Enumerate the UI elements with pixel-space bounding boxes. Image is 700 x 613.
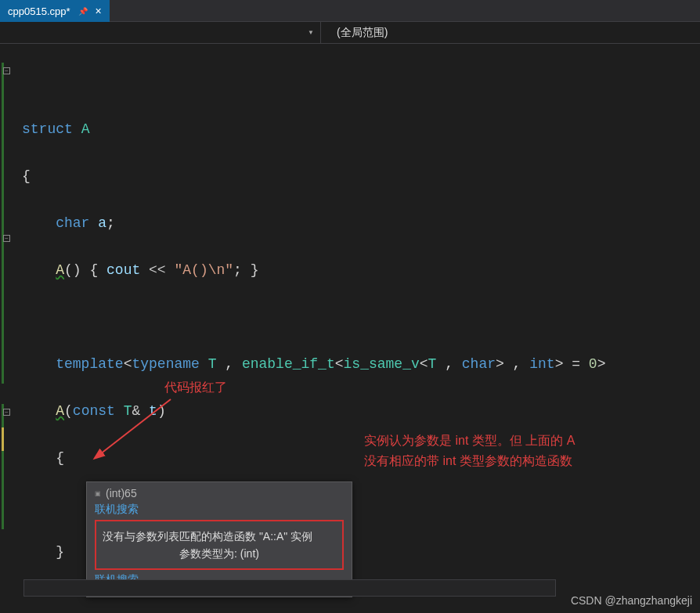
annotation-line: 实例认为参数是 int 类型。但 上面的 A <box>364 431 575 451</box>
annotation-line: 没有相应的带 int 类型参数的构造函数 <box>364 451 575 471</box>
code-line: char a; <box>22 211 700 235</box>
scope-bar: ▼ (全局范围) <box>0 22 700 44</box>
tooltip-error-line: 参数类型为: (int) <box>103 545 336 562</box>
fold-toggle[interactable]: − <box>3 235 10 242</box>
fold-toggle[interactable]: − <box>3 409 10 416</box>
chevron-down-icon: ▼ <box>308 29 314 36</box>
scope-dropdown-left[interactable]: ▼ <box>0 22 321 43</box>
code-line: { <box>22 164 700 188</box>
change-indicator <box>2 63 5 384</box>
fold-toggle[interactable]: − <box>3 67 10 74</box>
change-indicator-unsaved <box>2 427 5 451</box>
close-icon[interactable]: × <box>96 5 102 17</box>
code-line: struct A <box>22 117 700 141</box>
change-indicator <box>2 404 5 427</box>
tooltip-error-line: 没有与参数列表匹配的构造函数 "A::A" 实例 <box>103 528 336 545</box>
file-tab[interactable]: cpp0515.cpp* 📌 × <box>0 0 110 22</box>
annotation-error-label: 代码报红了 <box>164 380 227 396</box>
annotation-explanation: 实例认为参数是 int 类型。但 上面的 A 没有相应的带 int 类型参数的构… <box>364 431 575 471</box>
tooltip-error-box: 没有与参数列表匹配的构造函数 "A::A" 实例 参数类型为: (int) <box>95 520 344 570</box>
tooltip-search-link[interactable]: 联机搜索 <box>95 503 344 517</box>
code-line: { <box>22 446 700 470</box>
code-line: A(const T& t) <box>22 399 700 423</box>
pin-icon[interactable]: 📌 <box>78 7 88 16</box>
bottom-input[interactable] <box>23 579 556 597</box>
scope-label[interactable]: (全局范围) <box>321 26 388 40</box>
code-line: A() { cout << "A()\n"; } <box>22 258 700 282</box>
info-icon: ▣ <box>95 490 101 497</box>
tooltip-info: ▣ (int)65 <box>95 487 344 499</box>
change-indicator <box>2 451 5 529</box>
code-line: template<typename T , enable_if_t<is_sam… <box>22 352 700 376</box>
tab-bar: cpp0515.cpp* 📌 × <box>0 0 700 22</box>
tab-filename: cpp0515.cpp* <box>8 5 70 17</box>
watermark: CSDN @zhangzhangkeji <box>571 594 692 607</box>
code-line <box>22 305 700 329</box>
code-line <box>22 70 700 94</box>
